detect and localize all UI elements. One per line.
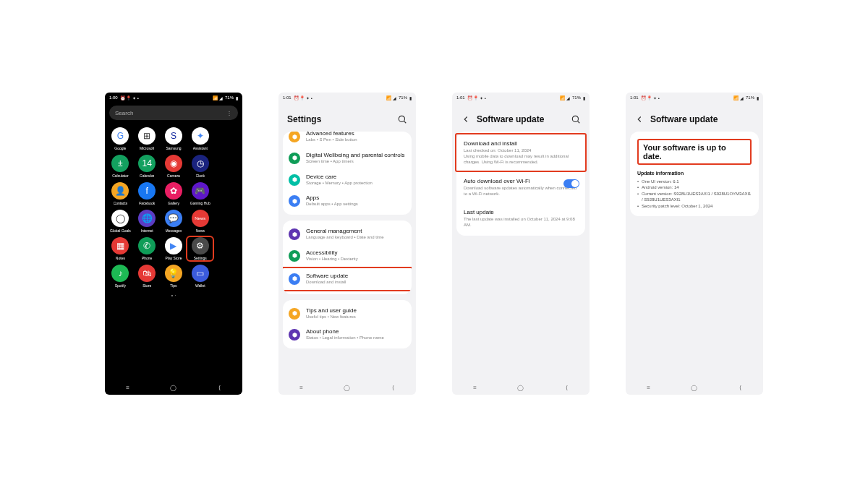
- settings-item-subtitle: Vision • Hearing • Dexterity: [306, 257, 406, 262]
- app-microsoft[interactable]: ⊞Microsoft: [135, 127, 160, 150]
- auto-download-toggle[interactable]: [563, 179, 579, 188]
- phone-screen-app-drawer: 1:00 ⏰ 📍 ✦ • 📶 ◢ 71% ▮ Search ⋮ GGoogle⊞…: [105, 93, 242, 395]
- app-label: Internet: [141, 228, 153, 233]
- more-icon[interactable]: ⋮: [226, 110, 232, 116]
- status-bar: 1:01 ⏰ 📍 ✦ • 📶 ◢ 71% ▮: [278, 93, 416, 103]
- app-assistant[interactable]: ✦Assistant: [187, 127, 213, 150]
- recents-button[interactable]: ≡: [470, 382, 480, 393]
- apps-grid: GGoogle⊞MicrosoftSSamsung✦Assistant±Calc…: [105, 127, 242, 288]
- recents-button[interactable]: ≡: [644, 382, 654, 393]
- Internet-icon: 🌐: [138, 210, 156, 227]
- Tips-icon: 💡: [165, 265, 182, 282]
- settings-item-subtitle: Storage • Memory • App protection: [306, 181, 406, 187]
- back-button[interactable]: ⟨: [214, 382, 224, 393]
- signal-icon: 📶 ◢: [386, 95, 396, 100]
- app-facebook[interactable]: fFacebook: [135, 182, 160, 205]
- settings-item-general-management[interactable]: ⬢General managementLanguage and keyboard…: [283, 223, 412, 245]
- app-label: Spotify: [115, 283, 126, 288]
- app-gaming-hub[interactable]: 🎮Gaming Hub: [187, 182, 213, 205]
- app-label: Play Store: [165, 256, 182, 260]
- home-button[interactable]: ◯: [689, 382, 699, 393]
- app-label: Google: [114, 146, 126, 150]
- back-icon[interactable]: [461, 114, 471, 124]
- Messages-icon: 💬: [165, 210, 182, 227]
- settings-item-device-care[interactable]: ⬢Device careStorage • Memory • App prote…: [283, 169, 412, 191]
- back-icon[interactable]: [634, 114, 644, 124]
- page-title: Software update: [650, 114, 754, 124]
- settings-item-title: Advanced features: [306, 132, 406, 137]
- back-button[interactable]: ⟨: [735, 382, 745, 393]
- settings-item-digital-wellbeing-and-parental-controls[interactable]: ⬢Digital Wellbeing and parental controls…: [283, 147, 412, 169]
- Phone-icon: ✆: [138, 237, 156, 254]
- app-tips[interactable]: 💡Tips: [161, 265, 187, 288]
- app-clock[interactable]: ◷Clock: [187, 155, 213, 178]
- software-update-list: Download and installLast checked on: Oct…: [456, 132, 585, 236]
- app-news[interactable]: NewsNews: [187, 210, 213, 233]
- app-calendar[interactable]: 14Calendar: [135, 155, 160, 178]
- app-store[interactable]: 🛍Store: [135, 265, 160, 288]
- app-contacts[interactable]: 👤Contacts: [108, 182, 133, 205]
- settings-item-advanced-features[interactable]: ⬢Advanced featuresLabs • S Pen • Side bu…: [283, 132, 412, 147]
- Microsoft-icon: ⊞: [138, 127, 156, 145]
- recents-button[interactable]: ≡: [297, 382, 307, 393]
- battery-icon: ▮: [757, 95, 759, 100]
- settings-item-title: About phone: [306, 328, 406, 335]
- status-indicator-icons: ⏰ 📍 ✦ •: [641, 95, 660, 100]
- signal-icon: 📶 ◢: [213, 95, 223, 100]
- settings-item-icon: ⬢: [289, 174, 300, 186]
- app-label: Notes: [116, 256, 125, 260]
- recents-button[interactable]: ≡: [123, 382, 133, 393]
- app-gallery[interactable]: ✿Gallery: [161, 182, 187, 205]
- settings-item-subtitle: Download and install: [306, 280, 406, 286]
- settings-item-title: Device care: [306, 174, 406, 180]
- app-spotify[interactable]: ♪Spotify: [108, 265, 133, 288]
- settings-item-software-update[interactable]: ⬢Software updateDownload and install: [283, 267, 412, 291]
- app-messages[interactable]: 💬Messages: [161, 210, 187, 233]
- battery-text: 71%: [399, 95, 407, 100]
- app-samsung[interactable]: SSamsung: [161, 127, 187, 150]
- signal-icon: 📶 ◢: [560, 95, 570, 100]
- app-phone[interactable]: ✆Phone: [135, 237, 160, 260]
- signal-icon: 📶 ◢: [733, 95, 744, 100]
- navigation-bar: ≡ ◯ ⟨: [452, 380, 590, 395]
- status-bar: 1:00 ⏰ 📍 ✦ • 📶 ◢ 71% ▮: [105, 93, 242, 103]
- app-label: Gaming Hub: [190, 201, 210, 205]
- settings-item-subtitle: Labs • S Pen • Side button: [306, 137, 406, 143]
- swu-item-auto-download-over-wi-fi[interactable]: Auto download over Wi-FiDownload softwar…: [456, 172, 585, 203]
- back-button[interactable]: ⟨: [388, 382, 398, 393]
- app-calculator[interactable]: ±Calculator: [108, 155, 133, 178]
- Assistant-icon: ✦: [192, 127, 209, 145]
- settings-list-container: ⬢Advanced featuresLabs • S Pen • Side bu…: [278, 132, 416, 348]
- app-label: Assistant: [193, 146, 208, 150]
- app-camera[interactable]: ◉Camera: [161, 155, 187, 178]
- Google-icon: G: [111, 127, 129, 145]
- search-input[interactable]: Search ⋮: [109, 106, 238, 120]
- clock-text: 1:01: [630, 95, 639, 100]
- app-settings[interactable]: ⚙Settings: [187, 237, 213, 260]
- search-icon[interactable]: [397, 114, 407, 124]
- app-global-goals[interactable]: ◯Global Goals: [108, 210, 133, 233]
- swu-item-last-update[interactable]: Last updateThe last update was installed…: [456, 203, 585, 234]
- phone-screen-software-update: 1:01 ⏰ 📍 ✦ • 📶 ◢ 71% ▮ Software update D…: [452, 93, 590, 395]
- settings-item-accessibility[interactable]: ⬢AccessibilityVision • Hearing • Dexteri…: [283, 245, 412, 267]
- back-button[interactable]: ⟨: [561, 382, 571, 393]
- settings-item-apps[interactable]: ⬢AppsDefault apps • App settings: [283, 190, 412, 212]
- settings-item-icon: ⬢: [289, 153, 300, 164]
- swu-item-download-and-install[interactable]: Download and installLast checked on: Oct…: [455, 133, 587, 172]
- settings-item-title: Tips and user guide: [306, 307, 406, 314]
- app-google[interactable]: GGoogle: [108, 127, 133, 150]
- home-button[interactable]: ◯: [169, 382, 179, 393]
- app-label: Camera: [167, 174, 180, 178]
- home-button[interactable]: ◯: [342, 382, 352, 393]
- app-wallet[interactable]: ▭Wallet: [187, 265, 213, 288]
- home-button[interactable]: ◯: [516, 382, 526, 393]
- app-notes[interactable]: ▦Notes: [108, 237, 133, 260]
- app-internet[interactable]: 🌐Internet: [135, 210, 160, 233]
- update-info-bullet: Current version: S928U1UES3AXI1 / S928U1…: [637, 191, 752, 203]
- battery-icon: ▮: [236, 95, 238, 100]
- settings-item-tips-and-user-guide[interactable]: ⬢Tips and user guideUseful tips • New fe…: [283, 303, 412, 325]
- search-icon[interactable]: [571, 114, 581, 124]
- app-play-store[interactable]: ▶Play Store: [161, 237, 187, 260]
- settings-item-about-phone[interactable]: ⬢About phoneStatus • Legal information •…: [283, 324, 412, 346]
- settings-item-subtitle: Useful tips • New features: [306, 314, 406, 320]
